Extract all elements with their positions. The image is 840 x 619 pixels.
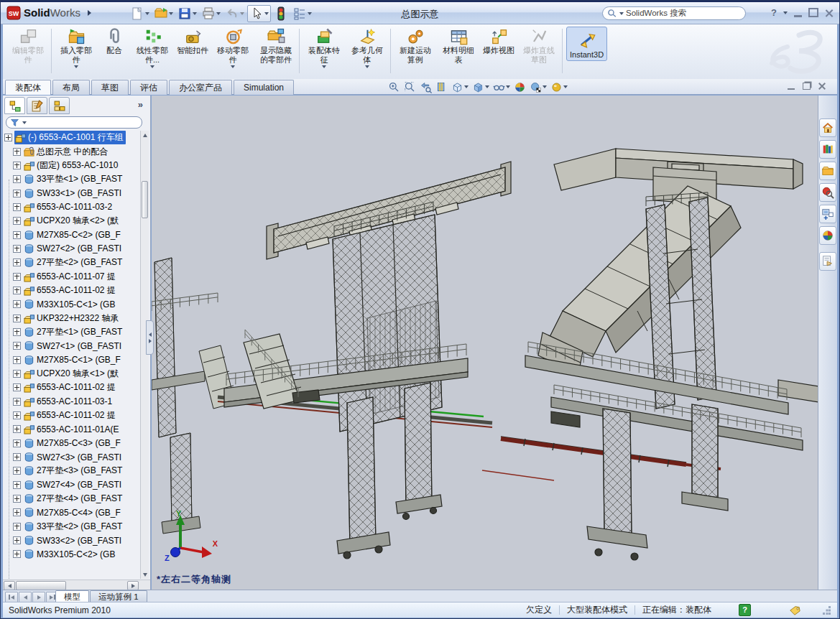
- rebuild-button[interactable]: [272, 6, 290, 22]
- tree-item[interactable]: 33平垫<2> (GB_FAST: [3, 520, 140, 534]
- doc-minimize-button[interactable]: [788, 83, 795, 90]
- panel-more-chevron[interactable]: »: [138, 99, 143, 110]
- viewport-3d[interactable]: X Y Z *左右二等角轴测: [152, 96, 819, 590]
- design-library-button[interactable]: [819, 140, 836, 159]
- print-dropdown-icon[interactable]: [216, 12, 221, 15]
- apply-scene-button[interactable]: [529, 80, 548, 94]
- undo-dropdown-icon[interactable]: [240, 12, 244, 15]
- expander-icon[interactable]: [13, 356, 21, 364]
- tree-item[interactable]: SW27<1> (GB_FASTI: [3, 339, 140, 353]
- filter-dropdown-icon[interactable]: [22, 121, 27, 124]
- ribbon-button-move-component[interactable]: 移动零部件: [212, 27, 254, 69]
- resources-home-button[interactable]: [819, 118, 836, 137]
- expander-icon[interactable]: [13, 467, 21, 475]
- dropdown-arrow-icon[interactable]: [365, 65, 369, 68]
- tree-item[interactable]: 6553-AC-1011-01A(E: [3, 422, 140, 436]
- save-dropdown-icon[interactable]: [193, 12, 197, 15]
- print-button[interactable]: [200, 6, 222, 22]
- ribbon-button-motion-study[interactable]: 新建运动算例: [394, 27, 436, 65]
- tree-item[interactable]: 6553-AC-1011-02 提: [3, 409, 140, 422]
- expander-icon[interactable]: [13, 508, 21, 516]
- tab-评估[interactable]: 评估: [130, 80, 167, 95]
- expander-icon[interactable]: [13, 203, 21, 211]
- hide-show-items-dropdown-icon[interactable]: [506, 85, 510, 88]
- tree-item[interactable]: 总图示意 中的配合: [3, 144, 140, 158]
- view-orientation-button[interactable]: [451, 80, 469, 94]
- select-dropdown-icon[interactable]: [264, 12, 269, 15]
- ribbon-button-reference-geometry[interactable]: 参考几何体: [346, 27, 388, 69]
- expander-icon[interactable]: [13, 523, 21, 531]
- tree-item[interactable]: M27X85-C<3> (GB_F: [3, 437, 140, 450]
- vertical-scroll-thumb[interactable]: [142, 181, 148, 218]
- expander-icon[interactable]: [13, 495, 21, 503]
- tree-item[interactable]: 6553-AC-1011-03-2: [3, 200, 140, 214]
- tree-item[interactable]: M27X85-C<4> (GB_F: [3, 506, 140, 519]
- sheet-tab-motion-study[interactable]: 运动算例 1: [90, 590, 147, 602]
- expander-icon[interactable]: [13, 342, 21, 350]
- expander-icon[interactable]: [13, 217, 21, 225]
- tree-item[interactable]: 6553-AC-1011-02 提: [3, 381, 140, 394]
- tree-item[interactable]: 27平垫<2> (GB_FAST: [3, 256, 140, 269]
- apply-scene-dropdown-icon[interactable]: [543, 85, 547, 88]
- tree-vertical-scrollbar[interactable]: [140, 131, 149, 579]
- doc-restore-button[interactable]: [803, 83, 811, 90]
- feature-manager-tab[interactable]: [4, 97, 25, 114]
- view-orientation-dropdown-icon[interactable]: [464, 85, 469, 88]
- ribbon-button-insert-component[interactable]: 插入零部件: [55, 27, 97, 69]
- expander-icon[interactable]: [13, 439, 21, 447]
- tree-item[interactable]: M33X105-C<1> (GB: [3, 297, 140, 311]
- expander-icon[interactable]: [13, 453, 21, 461]
- expander-icon[interactable]: [13, 175, 21, 183]
- minimize-button[interactable]: [794, 9, 802, 17]
- tab-办公室产品[interactable]: 办公室产品: [169, 80, 232, 95]
- search-button[interactable]: [819, 183, 836, 202]
- save-button[interactable]: [176, 6, 198, 22]
- display-style-dropdown-icon[interactable]: [485, 85, 489, 88]
- tree-item[interactable]: M27X85-C<1> (GB_F: [3, 353, 140, 367]
- property-manager-tab[interactable]: [27, 97, 47, 114]
- doc-close-button[interactable]: [818, 83, 826, 90]
- tree-horizontal-scrollbar[interactable]: [3, 580, 150, 590]
- sheet-tab-model[interactable]: 模型: [55, 590, 89, 602]
- expander-icon[interactable]: [13, 328, 21, 336]
- ribbon-button-instant3d[interactable]: Instant3D: [566, 27, 607, 61]
- view-palette-button[interactable]: [819, 205, 836, 223]
- resize-grip-icon[interactable]: [823, 606, 831, 615]
- expander-icon[interactable]: [13, 536, 21, 544]
- help-dropdown-icon[interactable]: [783, 11, 788, 14]
- tree-item[interactable]: UCPX20 轴承<1> (默: [3, 367, 140, 381]
- tree-item[interactable]: SW33<2> (GB_FASTI: [3, 534, 140, 547]
- open-button[interactable]: [152, 6, 175, 22]
- tab-装配体[interactable]: 装配体: [5, 80, 51, 95]
- zoom-to-area-button[interactable]: [403, 80, 417, 94]
- open-dropdown-icon[interactable]: [169, 12, 173, 15]
- expander-icon[interactable]: [13, 259, 21, 266]
- ribbon-button-exploded-view[interactable]: 爆炸视图: [481, 27, 517, 56]
- undo-button[interactable]: [223, 6, 246, 22]
- expander-icon[interactable]: [13, 550, 21, 558]
- expander-icon[interactable]: [13, 383, 21, 391]
- tags-icon[interactable]: [788, 605, 801, 616]
- previous-view-button[interactable]: [419, 80, 433, 94]
- tree-item[interactable]: M27X85-C<2> (GB_F: [3, 228, 140, 241]
- expander-icon[interactable]: [13, 425, 21, 433]
- configuration-manager-tab[interactable]: [49, 97, 70, 114]
- quick-tips-help-icon[interactable]: ?: [739, 604, 751, 616]
- expander-icon[interactable]: [13, 370, 21, 378]
- first-tab-icon[interactable]: [5, 592, 18, 602]
- tree-item[interactable]: 33平垫<1> (GB_FAST: [3, 172, 140, 186]
- expander-icon[interactable]: [13, 398, 21, 406]
- tree-item[interactable]: 6553-AC-1011-03-1: [3, 395, 140, 409]
- expander-icon[interactable]: [13, 231, 21, 239]
- expander-icon[interactable]: [13, 190, 21, 197]
- expander-icon[interactable]: [13, 245, 21, 253]
- expander-icon[interactable]: [13, 148, 21, 156]
- scroll-down-icon[interactable]: [142, 571, 148, 578]
- ribbon-button-bom[interactable]: 材料明细表: [438, 27, 479, 65]
- tree-item[interactable]: 27平垫<4> (GB_FAST: [3, 492, 140, 506]
- tree-item[interactable]: 6553-AC-1011-07 提: [3, 269, 140, 283]
- menu-expand-arrow-icon[interactable]: [88, 10, 91, 16]
- tree-item[interactable]: SW33<1> (GB_FASTI: [3, 186, 140, 200]
- search-scope-dropdown-icon[interactable]: [619, 12, 624, 15]
- tree-item[interactable]: (-) 6553-AC-1001 行车组: [3, 131, 140, 144]
